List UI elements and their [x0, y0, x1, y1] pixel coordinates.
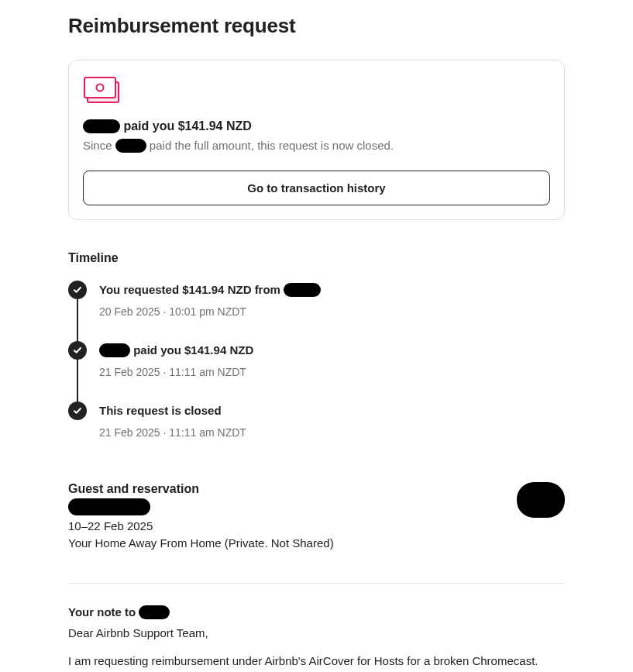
redacted-name — [115, 139, 146, 153]
timeline-item-meta: 20 Feb 2025 · 10:01 pm NZDT — [99, 305, 565, 318]
status-card: paid you $141.94 NZD Since paid the full… — [68, 60, 565, 220]
check-icon — [68, 341, 87, 360]
reservation-dates: 10–22 Feb 2025 — [68, 518, 517, 535]
note-section: Your note to Dear Airbnb Support Team, I… — [68, 605, 565, 670]
avatar — [517, 482, 565, 518]
timeline-item-title: You requested $141.94 NZD from — [99, 281, 565, 299]
timeline-item-meta: 21 Feb 2025 · 11:11 am NZDT — [99, 426, 565, 439]
card-subtitle: Since paid the full amount, this request… — [83, 139, 550, 153]
check-icon — [68, 401, 87, 420]
check-icon — [68, 281, 87, 299]
svg-rect-1 — [84, 78, 115, 98]
card-title: paid you $141.94 NZD — [83, 119, 550, 134]
timeline-item-title: paid you $141.94 NZD — [99, 341, 565, 360]
page-title: Reimbursement request — [68, 14, 565, 38]
timeline-item: paid you $141.94 NZD 21 Feb 2025 · 11:11… — [68, 341, 565, 401]
timeline-item: This request is closed 21 Feb 2025 · 11:… — [68, 401, 565, 439]
redacted-name — [83, 119, 120, 133]
transaction-history-button[interactable]: Go to transaction history — [83, 171, 550, 205]
listing-name: Your Home Away From Home (Private. Not S… — [68, 535, 517, 552]
note-body: Dear Airbnb Support Team, I am requestin… — [68, 625, 565, 670]
timeline-heading: Timeline — [68, 251, 565, 265]
note-heading: Your note to — [68, 605, 565, 620]
timeline-item-title: This request is closed — [99, 401, 565, 420]
guest-heading: Guest and reservation — [68, 482, 517, 496]
redacted-name — [284, 283, 321, 297]
timeline-item-meta: 21 Feb 2025 · 11:11 am NZDT — [99, 366, 565, 378]
redacted-name — [99, 343, 130, 357]
timeline-item: You requested $141.94 NZD from 20 Feb 20… — [68, 281, 565, 341]
guest-reservation-section: Guest and reservation 10–22 Feb 2025 You… — [68, 482, 565, 552]
redacted-name — [139, 605, 170, 619]
money-icon — [83, 76, 120, 104]
divider — [68, 583, 565, 584]
timeline: You requested $141.94 NZD from 20 Feb 20… — [68, 281, 565, 439]
redacted-guest-name — [68, 498, 150, 515]
